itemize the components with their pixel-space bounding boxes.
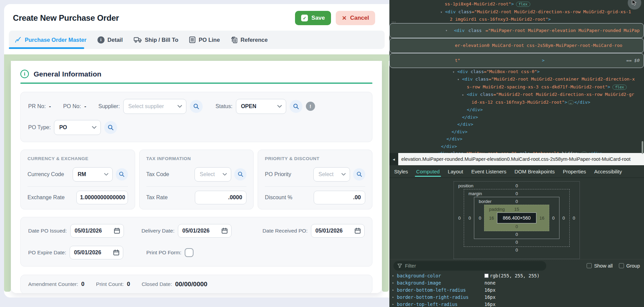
exchange-rate-input[interactable]: 1.0000000000000 — [76, 191, 128, 204]
status-select[interactable]: OPEN — [236, 99, 286, 114]
dom-tree-row[interactable]: s-row MuiGrid2-spacing-xs-3 css-dkd71f-M… — [389, 83, 644, 91]
expand-arrow-right-icon[interactable]: ▸ — [392, 288, 397, 292]
breadcrumb-back-arrow[interactable]: ◂ — [389, 153, 398, 165]
active-tab-indicator — [9, 47, 84, 49]
dom-tree-row[interactable]: ▾<div class="MuiGrid2-root MuiGrid2-dire… — [389, 8, 644, 16]
dom-tree-row[interactable]: 2 imgGird1 css-16fnxy3-MuiGrid2-root"> — [389, 16, 644, 23]
discount-value: .00 — [353, 194, 361, 201]
po-type-select[interactable]: PO — [54, 120, 101, 135]
discount-input[interactable]: .00 — [314, 191, 365, 204]
app-window-card: Create New Purchase Order ✓ Save ✕ Cance… — [4, 4, 389, 297]
cursor-icon — [632, 0, 637, 6]
group-checkbox[interactable] — [619, 263, 624, 268]
computed-property-row[interactable]: ▸background-colorrgb(255, 255, 255) — [392, 272, 644, 279]
expand-arrow-right-icon[interactable]: ▸ — [392, 281, 397, 285]
computed-property-row[interactable]: ▸background-imagenone — [392, 279, 644, 286]
filter-input[interactable]: Filter — [393, 261, 546, 271]
save-button[interactable]: ✓ Save — [295, 11, 331, 25]
tax-rate-value: .0000 — [228, 194, 242, 201]
dom-tree-row[interactable]: ▾<div class="MuiGrid2-root MuiGrid2-cont… — [389, 75, 644, 83]
expand-arrow-down-icon[interactable]: ▾ — [445, 27, 450, 34]
expand-arrow-right-icon[interactable]: ▸ — [392, 302, 397, 306]
expand-arrow-right-icon[interactable]: ▸ — [432, 150, 437, 153]
calendar-icon — [114, 227, 120, 234]
dom-tree-row[interactable]: ▾<div class="MuiBox-root css-0"> — [389, 68, 644, 76]
dom-tree-row[interactable]: </div> — [389, 143, 644, 150]
dom-tree-row[interactable]: </div> — [389, 135, 644, 143]
tax-code-search-button[interactable] — [234, 168, 246, 181]
po-type-value: PO — [59, 124, 67, 131]
flex-badge[interactable]: flex — [612, 85, 627, 90]
dom-tree-row[interactable]: ▸<div class="MuiGrid2-root MuiGrid2-dire… — [389, 91, 644, 99]
calendar-icon — [354, 227, 361, 234]
devtools-panel-tabs: Styles Computed Layout Event Listeners D… — [389, 165, 644, 178]
tax-rate-input[interactable]: .0000 — [195, 191, 246, 204]
dom-tree-row[interactable]: er-elevation0 MuiCard-root css-2s58ym-Mu… — [389, 38, 644, 53]
scrollbar-thumb[interactable] — [642, 141, 643, 154]
tab-layout[interactable]: Layout — [448, 165, 463, 177]
cancel-button[interactable]: ✕ Cancel — [336, 11, 375, 25]
po-priority-search-button[interactable] — [353, 168, 365, 181]
po-priority-select[interactable]: Select — [313, 167, 350, 182]
tab-event-listeners[interactable]: Event Listeners — [471, 165, 506, 177]
search-icon — [238, 171, 243, 177]
tab-label: Reference — [241, 37, 268, 43]
tab-reference[interactable]: Reference — [231, 36, 268, 44]
delivery-date-input[interactable]: 05/01/2026 — [178, 224, 232, 238]
breadcrumb[interactable]: elevation.MuiPaper-rounded.MuiPaper-elev… — [401, 156, 630, 162]
expand-arrow-right-icon[interactable]: ▸ — [392, 295, 397, 299]
date-received-po-input[interactable]: 05/01/2026 — [311, 224, 365, 238]
tab-purchase-order-master[interactable]: Purchase Order Master — [14, 36, 87, 44]
tab-detail[interactable]: i Detail — [97, 36, 123, 44]
search-icon — [293, 103, 299, 109]
show-all-label: Show all — [594, 263, 613, 269]
show-all-checkbox[interactable] — [587, 263, 592, 268]
tab-po-line[interactable]: PO Line — [189, 36, 220, 43]
dom-tree-row[interactable]: ▸<div class="MuiBox-root css-0" role="ta… — [389, 150, 644, 153]
po-expire-date-input[interactable]: 05/01/2026 — [70, 246, 123, 259]
expand-arrow-down-icon[interactable]: ▾ — [453, 68, 457, 76]
dom-tree-row[interactable]: </div> — [389, 114, 644, 121]
dom-tree-row[interactable]: ▾<div class="MuiPaper-root MuiPaper-elev… — [389, 23, 644, 38]
dom-tree-row[interactable]: </div> — [389, 128, 644, 136]
app-header: Create New Purchase Order ✓ Save ✕ Cance… — [4, 4, 389, 25]
search-icon — [119, 171, 125, 177]
computed-property-row[interactable]: ▸border-bottom-right-radius16px — [392, 293, 644, 301]
supplier-select[interactable]: Select supplier — [123, 99, 186, 114]
dates-section: Date PO Issued: 05/01/2026 Delivery Date… — [20, 217, 372, 267]
dom-tree-row[interactable]: </div> — [389, 106, 644, 114]
computed-property-row[interactable]: ▸border-top-left-radius16px — [392, 301, 644, 307]
expand-arrow-down-icon[interactable]: ▾ — [457, 76, 462, 83]
tax-rate-label: Tax Rate — [146, 194, 168, 201]
tab-ship-bill-to[interactable]: Ship / Bill To — [134, 36, 179, 43]
date-po-issued-input[interactable]: 05/01/2026 — [70, 224, 124, 238]
tax-information-panel: TAX INFORMATION Tax Code Select — [139, 150, 254, 209]
dom-tree-row[interactable]: id-xs-12 css-16fnxy3-MuiGrid2-root">…</d… — [389, 99, 644, 106]
box-model-margin: margin0 0 border0 0 padding15 16 — [464, 189, 570, 247]
expand-arrow-down-icon[interactable]: ▾ — [440, 8, 445, 16]
inspect-padding-overlay-top — [4, 54, 389, 61]
tab-computed[interactable]: Computed — [416, 165, 440, 177]
computed-property-row[interactable]: ▸border-bottom-left-radius16px — [392, 286, 644, 293]
signature-icon — [14, 36, 22, 44]
tax-code-select[interactable]: Select — [195, 167, 231, 182]
supplier-search-button[interactable] — [190, 100, 203, 113]
currency-code-select[interactable]: RM — [73, 167, 113, 182]
tab-styles[interactable]: Styles — [394, 165, 408, 177]
po-type-search-button[interactable] — [104, 121, 117, 134]
currency-search-button[interactable] — [116, 168, 128, 181]
collapsed-content-badge[interactable]: … — [568, 100, 574, 105]
expand-arrow-right-icon[interactable]: ▸ — [392, 274, 397, 277]
dom-tree-row[interactable]: t"> == $0 — [389, 53, 644, 68]
dom-tree-row[interactable]: ss-1pi8xg4-MuiGrid2-root">flex — [389, 0, 644, 8]
tab-accessibility[interactable]: Accessibility — [594, 165, 622, 177]
flex-badge[interactable]: flex — [516, 2, 531, 7]
status-search-button[interactable] — [290, 100, 302, 113]
truck-icon — [134, 36, 142, 43]
print-po-form-checkbox[interactable] — [185, 248, 194, 257]
tab-dom-breakpoints[interactable]: DOM Breakpoints — [515, 165, 555, 177]
expand-arrow-right-icon[interactable]: ▸ — [462, 91, 467, 99]
dom-tree-row[interactable]: </div> — [389, 121, 644, 128]
tab-properties[interactable]: Properties — [563, 165, 586, 177]
save-button-label: Save — [311, 15, 325, 21]
